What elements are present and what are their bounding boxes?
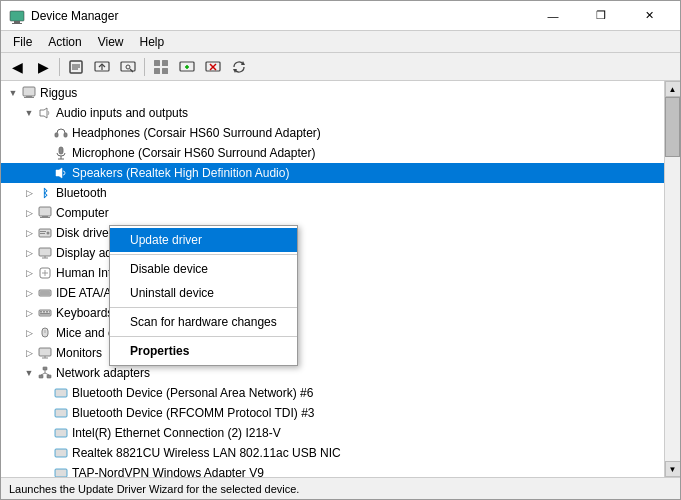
svg-rect-9 — [121, 62, 135, 71]
ctx-uninstall-device[interactable]: Uninstall device — [110, 281, 297, 305]
svg-rect-11 — [154, 60, 160, 66]
tree-item-ide[interactable]: ▷ IDE ATA/ATAPI controllers — [1, 283, 664, 303]
speakers-label: Speakers (Realtek High Definition Audio) — [72, 166, 289, 180]
menu-view[interactable]: View — [90, 33, 132, 51]
show-hidden-button[interactable] — [149, 56, 173, 78]
tree-item-intel-eth[interactable]: ▷ Intel(R) Ethernet Connection (2) I218-… — [1, 423, 664, 443]
bt-personal-label: Bluetooth Device (Personal Area Network)… — [72, 386, 313, 400]
svg-rect-67 — [55, 429, 67, 437]
bt-rfcomm-icon — [53, 405, 69, 421]
svg-rect-29 — [59, 147, 63, 154]
ctx-scan-hardware[interactable]: Scan for hardware changes — [110, 310, 297, 334]
scan-button[interactable] — [116, 56, 140, 78]
tree-item-display[interactable]: ▷ Display adapters — [1, 243, 664, 263]
menu-action[interactable]: Action — [40, 33, 89, 51]
minimize-button[interactable]: — — [530, 1, 576, 31]
scroll-track[interactable] — [665, 97, 680, 461]
add-legacy-button[interactable] — [175, 56, 199, 78]
tree-item-audio[interactable]: ▼ Audio inputs and outputs — [1, 103, 664, 123]
expand-mice[interactable]: ▷ — [21, 325, 37, 341]
disk-icon — [37, 225, 53, 241]
svg-rect-13 — [154, 68, 160, 74]
properties-button[interactable] — [64, 56, 88, 78]
expand-ide[interactable]: ▷ — [21, 285, 37, 301]
realtek-wifi-label: Realtek 8821CU Wireless LAN 802.11ac USB… — [72, 446, 341, 460]
tree-item-keyboards[interactable]: ▷ Keyboards — [1, 303, 664, 323]
scroll-down-button[interactable]: ▼ — [665, 461, 681, 477]
computer-label: Computer — [56, 206, 109, 220]
menu-help[interactable]: Help — [132, 33, 173, 51]
close-button[interactable]: ✕ — [626, 1, 672, 31]
tree-item-hid[interactable]: ▷ Human Interface Devices — [1, 263, 664, 283]
scroll-thumb[interactable] — [665, 97, 680, 157]
ide-icon — [37, 285, 53, 301]
tree-panel[interactable]: ▼ Riggus ▼ Audio inputs and outputs ▷ — [1, 81, 664, 477]
mouse-icon — [37, 325, 53, 341]
expand-hid[interactable]: ▷ — [21, 265, 37, 281]
expand-bluetooth[interactable]: ▷ — [21, 185, 37, 201]
svg-rect-47 — [40, 291, 50, 295]
svg-rect-0 — [10, 11, 24, 21]
svg-rect-51 — [46, 311, 48, 313]
expand-network[interactable]: ▼ — [21, 365, 37, 381]
expand-keyboards[interactable]: ▷ — [21, 305, 37, 321]
svg-rect-2 — [12, 23, 22, 24]
tree-item-mice[interactable]: ▷ Mice and other pointing devices — [1, 323, 664, 343]
ctx-properties[interactable]: Properties — [110, 339, 297, 363]
uninstall-toolbar-button[interactable] — [201, 56, 225, 78]
svg-rect-40 — [39, 248, 51, 256]
svg-rect-27 — [55, 133, 58, 137]
bt-personal-icon — [53, 385, 69, 401]
expand-display[interactable]: ▷ — [21, 245, 37, 261]
scroll-up-button[interactable]: ▲ — [665, 81, 681, 97]
tree-item-speakers[interactable]: ▷ Speakers (Realtek High Definition Audi… — [1, 163, 664, 183]
tree-item-monitors[interactable]: ▷ Monitors — [1, 343, 664, 363]
expand-computer[interactable]: ▷ — [21, 205, 37, 221]
back-button[interactable]: ◀ — [5, 56, 29, 78]
tree-item-microphone[interactable]: ▷ Microphone (Corsair HS60 Surround Adap… — [1, 143, 664, 163]
svg-rect-59 — [43, 367, 47, 370]
realtek-wifi-icon — [53, 445, 69, 461]
tree-item-disk[interactable]: ▷ Disk drives — [1, 223, 664, 243]
tree-item-riggus[interactable]: ▼ Riggus — [1, 83, 664, 103]
forward-button[interactable]: ▶ — [31, 56, 55, 78]
tree-item-computer[interactable]: ▷ Computer — [1, 203, 664, 223]
computer-icon — [21, 85, 37, 101]
svg-rect-66 — [55, 409, 67, 417]
disk-label: Disk drives — [56, 226, 115, 240]
refresh-button[interactable] — [227, 56, 251, 78]
svg-rect-56 — [39, 348, 51, 356]
intel-eth-label: Intel(R) Ethernet Connection (2) I218-V — [72, 426, 281, 440]
expand-monitors[interactable]: ▷ — [21, 345, 37, 361]
tree-item-realtek-wifi[interactable]: ▷ Realtek 8821CU Wireless LAN 802.11ac U… — [1, 443, 664, 463]
svg-rect-39 — [40, 233, 45, 234]
expand-riggus[interactable]: ▼ — [5, 85, 21, 101]
toolbar-separator-2 — [144, 58, 145, 76]
svg-rect-38 — [40, 231, 46, 232]
menu-file[interactable]: File — [5, 33, 40, 51]
tree-item-bluetooth[interactable]: ▷ ᛒ Bluetooth — [1, 183, 664, 203]
svg-rect-53 — [40, 313, 50, 315]
expand-disk[interactable]: ▷ — [21, 225, 37, 241]
ctx-update-driver[interactable]: Update driver — [110, 228, 297, 252]
expand-audio[interactable]: ▼ — [21, 105, 37, 121]
svg-rect-52 — [49, 311, 50, 313]
tree-item-network[interactable]: ▼ Network adapters — [1, 363, 664, 383]
tree-item-tap-nord[interactable]: ▷ TAP-NordVPN Windows Adapter V9 — [1, 463, 664, 477]
tree-item-bt-rfcomm[interactable]: ▷ Bluetooth Device (RFCOMM Protocol TDI)… — [1, 403, 664, 423]
svg-rect-34 — [42, 216, 48, 217]
svg-point-37 — [47, 232, 50, 235]
ctx-disable-device[interactable]: Disable device — [110, 257, 297, 281]
title-bar: Device Manager — ❒ ✕ — [1, 1, 680, 31]
intel-eth-icon — [53, 425, 69, 441]
microphone-icon — [53, 145, 69, 161]
restore-button[interactable]: ❒ — [578, 1, 624, 31]
display-icon — [37, 245, 53, 261]
svg-rect-14 — [162, 68, 168, 74]
scrollbar[interactable]: ▲ ▼ — [664, 81, 680, 477]
tree-item-bt-personal[interactable]: ▷ Bluetooth Device (Personal Area Networ… — [1, 383, 664, 403]
tree-item-headphones[interactable]: ▷ Headphones (Corsair HS60 Surround Adap… — [1, 123, 664, 143]
update-driver-toolbar-button[interactable] — [90, 56, 114, 78]
context-menu: Update driver Disable device Uninstall d… — [109, 225, 298, 366]
bt-rfcomm-label: Bluetooth Device (RFCOMM Protocol TDI) #… — [72, 406, 315, 420]
